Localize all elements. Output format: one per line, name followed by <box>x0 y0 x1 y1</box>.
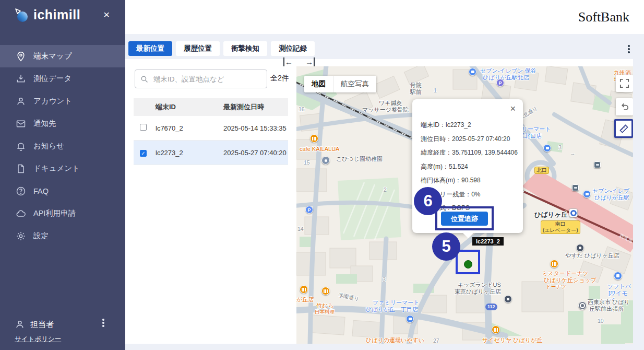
user-icon <box>15 319 25 330</box>
col-device-id: 端末ID <box>156 102 223 112</box>
poi-seven-eleven-north-icon[interactable] <box>469 68 476 76</box>
map-label: 3 <box>383 276 386 283</box>
map-canvas[interactable]: セブン-イレブン 保谷ひばりが丘駅北店九州酒場ひばりヶ居酒屋骨院駅前116ワキ鍼… <box>296 66 633 344</box>
map-label[interactable]: セブン-イレブ <box>592 188 629 194</box>
bell-icon <box>16 141 26 151</box>
mail-icon <box>16 119 26 129</box>
map-label[interactable]: ひばりケ丘ショップ <box>544 277 597 284</box>
more-options-icon[interactable] <box>626 44 632 55</box>
map-label[interactable]: 丘駅前出張所 <box>589 306 624 312</box>
poi-seibu-line-icon[interactable] <box>569 208 578 217</box>
sidebar-item-person[interactable]: アカウント <box>0 90 125 112</box>
pin-icon <box>16 51 26 62</box>
map-label[interactable]: 東京ひばりヶ丘店 <box>455 288 501 295</box>
map-label: 10 <box>598 318 604 324</box>
poi-parking-icon[interactable]: P <box>496 79 504 87</box>
poi-takemura-icon[interactable] <box>321 287 330 295</box>
map-label[interactable]: ひばりが丘一丁目店 <box>366 306 418 313</box>
poi-kids-land-icon[interactable] <box>504 295 512 303</box>
device-table-header: 端末ID 最新測位日時 <box>134 98 288 116</box>
map-label[interactable]: ひばりの運場いやすい <box>366 337 424 344</box>
app-window: SoftBank 最新位置履歴位置衝撃検知測位記録 全2件 ← → 端末ID 最… <box>0 0 644 350</box>
sidebar-item-label: FAQ <box>33 187 49 195</box>
map-label[interactable]: ワキ鍼灸 <box>379 100 402 107</box>
poi-seven-eleven-station-icon[interactable] <box>583 190 591 198</box>
sidebar-close-icon[interactable]: × <box>103 8 110 21</box>
sidebar-item-download[interactable]: 測位データ <box>0 67 125 90</box>
row-checkbox[interactable] <box>140 124 147 131</box>
poi-yasuda-icon[interactable] <box>576 244 584 252</box>
map-label[interactable]: ひばりが丘駅 <box>594 194 629 201</box>
table-row[interactable]: lc7670_22025-05-14 15:33:35 <box>134 116 288 141</box>
poi-saizeriya-icon[interactable] <box>492 325 500 334</box>
fullscreen-button[interactable] <box>616 75 633 92</box>
poi-city-office-icon[interactable] <box>578 301 587 310</box>
map-label[interactable]: 西東京市 ひばり <box>588 299 630 306</box>
table-row[interactable]: ✓lc2273_22025-05-27 07:40:20 <box>134 141 288 165</box>
poi-cafe-kailalua-icon[interactable] <box>310 134 318 143</box>
map-label[interactable]: キッズランドUS <box>458 282 501 288</box>
map-label[interactable]: ひばりヶ丘 <box>534 211 568 219</box>
poi-restaurant-icon[interactable] <box>300 285 308 294</box>
poi-famima-north-icon[interactable] <box>543 144 551 152</box>
undo-arrow-icon <box>619 102 629 112</box>
map-label[interactable]: サイゼリヤ ひばりが丘 <box>482 337 542 344</box>
poi-kindergarten-icon[interactable] <box>321 156 330 165</box>
map-label: 27 <box>433 337 439 344</box>
poi-softbank-shop-icon[interactable] <box>614 272 622 280</box>
sidebar-item-faq[interactable]: FAQ <box>0 180 125 202</box>
undo-button[interactable] <box>616 98 633 115</box>
tab-3[interactable]: 測位記録 <box>271 41 315 56</box>
annotation-box-track-button <box>435 206 494 230</box>
map-label: 北口 <box>534 167 549 174</box>
map-label[interactable]: 骨院 <box>410 82 422 89</box>
sidebar-item-bell[interactable]: お知らせ <box>0 135 125 157</box>
sidebar-item-cloud[interactable]: API利用申請 <box>0 202 125 225</box>
map-label[interactable]: ひばりが丘駅北店 <box>483 74 529 81</box>
tab-2[interactable]: 衝撃検知 <box>223 41 267 56</box>
device-search[interactable] <box>135 69 267 88</box>
map-label[interactable]: ミスタードーナツ <box>542 270 589 277</box>
site-policy-link[interactable]: サイトポリシー <box>15 335 61 344</box>
device-id: lc7670_2 <box>156 124 223 132</box>
ichimill-logo-icon <box>14 7 30 24</box>
map-label: 15 <box>304 159 310 166</box>
map-label[interactable]: こひつじ園幼稚園 <box>336 156 383 162</box>
collapse-left-icon[interactable]: ← <box>283 57 293 66</box>
sidebar-item-gear[interactable]: 設定 <box>0 225 125 247</box>
map-label[interactable]: が丘店 <box>296 296 314 303</box>
sidebar-item-mail[interactable]: 通知先 <box>0 112 125 135</box>
map-label: 日本料理 <box>315 309 335 314</box>
last-fix-datetime: 2025-05-14 15:33:35 <box>223 124 288 132</box>
poi-famima-1chome-icon[interactable] <box>406 315 414 323</box>
measure-tool-button[interactable] <box>614 119 633 138</box>
map-type-0[interactable]: 地図 <box>304 76 333 92</box>
poi-mister-donut-icon[interactable] <box>550 260 558 268</box>
softbank-wordmark: SoftBank <box>578 9 629 25</box>
map-label[interactable]: セブン-イレブン 保谷 <box>480 67 536 74</box>
sidebar-item-label: アカウント <box>33 96 72 106</box>
sidebar-item-pin[interactable]: 端末マップ <box>0 45 125 67</box>
map-label[interactable]: 駅前 <box>410 89 422 96</box>
map-label[interactable]: cafe KAILALUA <box>300 146 339 153</box>
map-label[interactable]: マッサージ整骨院 <box>362 107 409 113</box>
search-input[interactable] <box>152 75 267 84</box>
tab-1[interactable]: 履歴位置 <box>176 41 220 56</box>
popup-field: 楕円体高(m)：90.598 <box>421 173 519 188</box>
user-menu-icon[interactable] <box>102 319 104 321</box>
map-label[interactable]: やすだ ひばりヶ丘店 <box>565 252 619 259</box>
download-icon <box>16 74 26 84</box>
popup-field: 測位日時：2025-05-27 07:40:20 <box>421 132 519 146</box>
collapse-right-icon[interactable]: → <box>305 57 315 66</box>
map-type-1[interactable]: 航空写真 <box>333 76 376 92</box>
tab-0[interactable]: 最新位置 <box>128 41 172 56</box>
sidebar-item-doc[interactable]: ドキュメント <box>0 157 125 180</box>
poi-parking-icon[interactable]: P <box>305 206 313 214</box>
popup-close-icon[interactable]: × <box>510 103 516 114</box>
row-checkbox[interactable]: ✓ <box>140 150 147 157</box>
softbank-logo: SoftBank <box>574 8 629 26</box>
map-label: → <box>570 150 576 157</box>
poi-bus-stop-icon[interactable] <box>594 161 601 168</box>
poi-bus-stop-icon[interactable] <box>572 184 579 191</box>
map-label[interactable]: ファミリーマート <box>373 299 420 306</box>
